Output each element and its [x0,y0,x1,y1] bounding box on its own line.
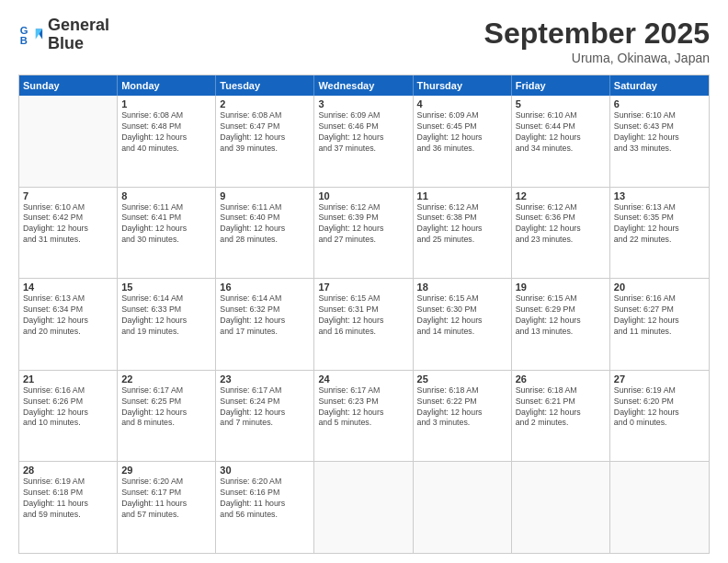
day-number: 18 [417,282,507,293]
day-cell-23: 23Sunrise: 6:17 AM Sunset: 6:24 PM Dayli… [216,371,314,462]
day-number: 3 [318,98,408,109]
title-block: September 2025 Uruma, Okinawa, Japan [484,17,710,65]
day-cell-10: 10Sunrise: 6:12 AM Sunset: 6:39 PM Dayli… [314,188,413,279]
day-number: 9 [220,190,310,201]
day-info: Sunrise: 6:17 AM Sunset: 6:23 PM Dayligh… [318,385,408,430]
svg-text:B: B [20,35,28,46]
day-cell-8: 8Sunrise: 6:11 AM Sunset: 6:41 PM Daylig… [118,188,216,279]
day-number: 8 [121,190,211,201]
logo-icon: G B [18,22,44,48]
header-day-monday: Monday [118,75,216,96]
day-cell-22: 22Sunrise: 6:17 AM Sunset: 6:25 PM Dayli… [118,371,216,462]
day-cell-11: 11Sunrise: 6:12 AM Sunset: 6:38 PM Dayli… [414,188,512,279]
day-cell-17: 17Sunrise: 6:15 AM Sunset: 6:31 PM Dayli… [314,279,413,370]
day-info: Sunrise: 6:20 AM Sunset: 6:16 PM Dayligh… [220,477,310,521]
svg-text:G: G [20,25,28,36]
day-info: Sunrise: 6:15 AM Sunset: 6:30 PM Dayligh… [417,293,507,338]
month-title: September 2025 [484,17,710,51]
day-number: 23 [220,373,310,385]
day-cell-29: 29Sunrise: 6:20 AM Sunset: 6:17 PM Dayli… [118,462,216,553]
calendar-header: SundayMondayTuesdayWednesdayThursdayFrid… [19,75,709,96]
day-info: Sunrise: 6:16 AM Sunset: 6:27 PM Dayligh… [614,293,705,338]
day-info: Sunrise: 6:11 AM Sunset: 6:41 PM Dayligh… [121,202,211,247]
day-info: Sunrise: 6:10 AM Sunset: 6:43 PM Dayligh… [614,110,705,155]
day-cell-9: 9Sunrise: 6:11 AM Sunset: 6:40 PM Daylig… [216,188,314,279]
day-cell-6: 6Sunrise: 6:10 AM Sunset: 6:43 PM Daylig… [610,96,709,187]
day-cell-21: 21Sunrise: 6:16 AM Sunset: 6:26 PM Dayli… [19,371,118,462]
day-number: 30 [220,465,310,476]
empty-cell [610,462,709,553]
day-info: Sunrise: 6:14 AM Sunset: 6:33 PM Dayligh… [121,293,211,338]
day-number: 28 [23,465,113,476]
day-number: 1 [121,98,211,109]
day-number: 19 [516,282,606,293]
day-cell-15: 15Sunrise: 6:14 AM Sunset: 6:33 PM Dayli… [118,279,216,370]
day-info: Sunrise: 6:14 AM Sunset: 6:32 PM Dayligh… [220,293,310,338]
day-info: Sunrise: 6:18 AM Sunset: 6:22 PM Dayligh… [417,385,507,430]
day-number: 5 [516,98,606,109]
calendar-row-4: 21Sunrise: 6:16 AM Sunset: 6:26 PM Dayli… [19,371,709,463]
empty-cell [512,462,610,553]
day-info: Sunrise: 6:20 AM Sunset: 6:17 PM Dayligh… [121,477,211,521]
day-number: 7 [23,190,113,201]
header-day-tuesday: Tuesday [216,75,314,96]
day-number: 15 [121,282,211,293]
header-day-thursday: Thursday [414,75,512,96]
day-info: Sunrise: 6:19 AM Sunset: 6:20 PM Dayligh… [614,385,705,430]
day-cell-25: 25Sunrise: 6:18 AM Sunset: 6:22 PM Dayli… [414,371,512,462]
day-info: Sunrise: 6:10 AM Sunset: 6:42 PM Dayligh… [23,202,113,247]
day-number: 10 [318,190,408,201]
day-info: Sunrise: 6:18 AM Sunset: 6:21 PM Dayligh… [516,385,606,430]
day-number: 4 [417,98,507,109]
day-cell-18: 18Sunrise: 6:15 AM Sunset: 6:30 PM Dayli… [414,279,512,370]
day-number: 20 [614,282,705,293]
day-number: 26 [516,373,606,385]
day-info: Sunrise: 6:08 AM Sunset: 6:47 PM Dayligh… [220,110,310,155]
day-cell-16: 16Sunrise: 6:14 AM Sunset: 6:32 PM Dayli… [216,279,314,370]
day-info: Sunrise: 6:08 AM Sunset: 6:48 PM Dayligh… [121,110,211,155]
calendar: SundayMondayTuesdayWednesdayThursdayFrid… [18,75,710,554]
day-cell-27: 27Sunrise: 6:19 AM Sunset: 6:20 PM Dayli… [610,371,709,462]
empty-cell [414,462,512,553]
day-info: Sunrise: 6:12 AM Sunset: 6:39 PM Dayligh… [318,202,408,247]
day-cell-26: 26Sunrise: 6:18 AM Sunset: 6:21 PM Dayli… [512,371,610,462]
calendar-row-3: 14Sunrise: 6:13 AM Sunset: 6:34 PM Dayli… [19,279,709,371]
day-info: Sunrise: 6:17 AM Sunset: 6:24 PM Dayligh… [220,385,310,430]
day-number: 11 [417,190,507,201]
day-cell-20: 20Sunrise: 6:16 AM Sunset: 6:27 PM Dayli… [610,279,709,370]
header-day-saturday: Saturday [610,75,709,96]
day-number: 27 [614,373,705,385]
day-cell-7: 7Sunrise: 6:10 AM Sunset: 6:42 PM Daylig… [19,188,118,279]
empty-cell [314,462,413,553]
logo: G B General Blue [18,17,109,53]
day-number: 17 [318,282,408,293]
day-cell-2: 2Sunrise: 6:08 AM Sunset: 6:47 PM Daylig… [216,96,314,187]
calendar-row-2: 7Sunrise: 6:10 AM Sunset: 6:42 PM Daylig… [19,188,709,280]
day-cell-30: 30Sunrise: 6:20 AM Sunset: 6:16 PM Dayli… [216,462,314,553]
day-cell-5: 5Sunrise: 6:10 AM Sunset: 6:44 PM Daylig… [512,96,610,187]
day-number: 13 [614,190,705,201]
day-number: 24 [318,373,408,385]
header-day-wednesday: Wednesday [314,75,413,96]
day-info: Sunrise: 6:15 AM Sunset: 6:29 PM Dayligh… [516,293,606,338]
calendar-row-5: 28Sunrise: 6:19 AM Sunset: 6:18 PM Dayli… [19,462,709,553]
day-info: Sunrise: 6:13 AM Sunset: 6:35 PM Dayligh… [614,202,705,247]
logo-line1: General [48,17,109,35]
empty-cell [19,96,118,187]
logo-line2: Blue [48,35,109,53]
day-info: Sunrise: 6:12 AM Sunset: 6:36 PM Dayligh… [516,202,606,247]
day-number: 16 [220,282,310,293]
day-cell-1: 1Sunrise: 6:08 AM Sunset: 6:48 PM Daylig… [118,96,216,187]
day-number: 2 [220,98,310,109]
day-info: Sunrise: 6:13 AM Sunset: 6:34 PM Dayligh… [23,293,113,338]
day-number: 6 [614,98,705,109]
day-info: Sunrise: 6:15 AM Sunset: 6:31 PM Dayligh… [318,293,408,338]
day-info: Sunrise: 6:09 AM Sunset: 6:46 PM Dayligh… [318,110,408,155]
day-info: Sunrise: 6:17 AM Sunset: 6:25 PM Dayligh… [121,385,211,430]
day-info: Sunrise: 6:10 AM Sunset: 6:44 PM Dayligh… [516,110,606,155]
day-number: 25 [417,373,507,385]
day-cell-13: 13Sunrise: 6:13 AM Sunset: 6:35 PM Dayli… [610,188,709,279]
day-cell-28: 28Sunrise: 6:19 AM Sunset: 6:18 PM Dayli… [19,462,118,553]
day-cell-14: 14Sunrise: 6:13 AM Sunset: 6:34 PM Dayli… [19,279,118,370]
day-number: 12 [516,190,606,201]
